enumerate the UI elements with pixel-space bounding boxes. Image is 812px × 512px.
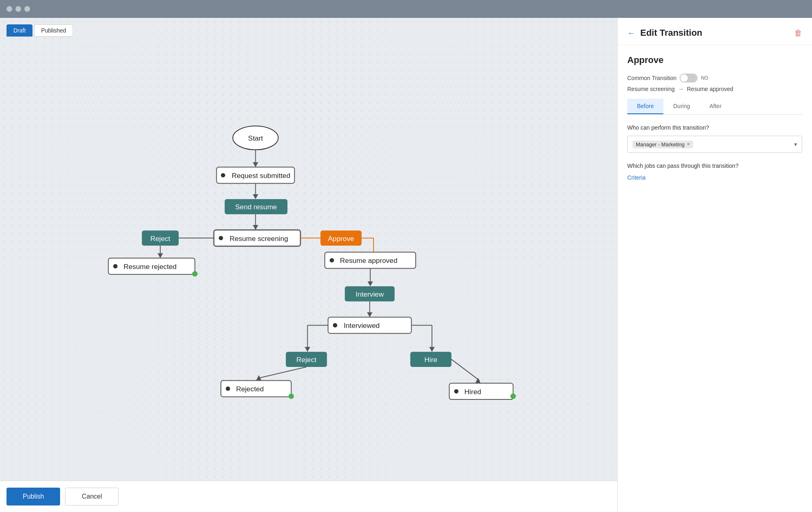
panel-body: Approve Common Transition NO Resume scre…	[618, 45, 812, 512]
right-panel: ← Edit Transition 🗑 Approve Common Trans…	[617, 18, 812, 512]
cancel-button[interactable]: Cancel	[65, 488, 119, 505]
label-approve: Approve	[328, 234, 354, 243]
title-bar	[0, 0, 812, 18]
criteria-link[interactable]: Criteria	[627, 174, 646, 181]
canvas-area: Draft Published Start Request submitted	[0, 18, 617, 512]
panel-header: ← Edit Transition 🗑	[618, 18, 812, 45]
arrow-hire-hired	[475, 378, 481, 383]
label-resume-rejected: Resume rejected	[123, 263, 177, 271]
window-dot-red[interactable]	[6, 6, 12, 12]
window-dot-yellow[interactable]	[15, 6, 21, 12]
delete-icon[interactable]: 🗑	[794, 28, 802, 38]
tag-label: Manager - Marketing	[636, 141, 685, 148]
tab-bar: Draft Published	[0, 18, 617, 37]
dot-hired	[454, 389, 459, 394]
tab-before[interactable]: Before	[627, 99, 663, 114]
common-transition-toggle[interactable]	[680, 74, 698, 82]
label-resume-screening: Resume screening	[229, 234, 288, 243]
toggle-no-label: NO	[701, 75, 708, 81]
arrow-interview-interviewed	[367, 312, 372, 317]
arrow-send-screening	[253, 225, 258, 230]
line-hire-hired	[451, 359, 479, 380]
label-hired: Hired	[464, 388, 481, 396]
label-hire: Hire	[424, 356, 437, 364]
line-reject2-rejected	[260, 367, 307, 378]
flow-diagram: Start Request submitted Send resume	[0, 37, 617, 481]
label-interviewed: Interviewed	[344, 321, 380, 330]
dot-resume-rejected	[113, 264, 118, 269]
arrow-start-request	[253, 162, 258, 167]
which-label: Which jobs can pass through this transit…	[627, 163, 802, 169]
dot-rejected	[226, 386, 230, 391]
transition-flow-row: Resume screening → Resume approved	[627, 86, 802, 92]
common-transition-label: Common Transition	[627, 75, 676, 81]
green-dot-rej	[289, 393, 294, 399]
publish-button[interactable]: Publish	[6, 488, 60, 505]
arrow-right-icon: →	[678, 86, 684, 92]
label-request-submitted: Request submitted	[232, 171, 290, 180]
tab-draft[interactable]: Draft	[6, 24, 32, 37]
tab-during[interactable]: During	[663, 99, 700, 114]
arrow-reject1-resumerej	[158, 253, 163, 258]
who-label: Who can perform this transition?	[627, 124, 802, 131]
tab-published[interactable]: Published	[34, 24, 73, 37]
label-reject1: Reject	[150, 234, 170, 243]
arrow-reject2	[305, 347, 310, 352]
transition-from: Resume screening	[627, 86, 675, 92]
label-reject2: Reject	[296, 356, 316, 364]
manager-marketing-tag: Manager - Marketing ×	[633, 141, 693, 148]
main-container: Draft Published Start Request submitted	[0, 18, 812, 512]
arrow-resumeapp-interview	[367, 281, 373, 286]
toggle-container: NO	[680, 74, 708, 82]
label-resume-approved: Resume approved	[340, 256, 397, 265]
dot-interviewed	[333, 323, 337, 328]
tab-after[interactable]: After	[700, 99, 732, 114]
dot-resume-approved	[330, 258, 334, 263]
transition-to: Resume approved	[687, 86, 733, 92]
transition-info: Common Transition NO Resume screening → …	[627, 74, 802, 92]
back-arrow-icon[interactable]: ←	[627, 28, 635, 38]
panel-title: Edit Transition	[640, 28, 702, 38]
chevron-down-icon: ▾	[794, 141, 797, 148]
label-rejected: Rejected	[236, 385, 263, 393]
dot-resume-screening	[219, 236, 223, 241]
green-dot-hired	[510, 393, 516, 399]
label-send-resume: Send resume	[235, 203, 277, 211]
arrow-hire	[429, 347, 434, 352]
label-interview: Interview	[356, 290, 384, 298]
arrow-req-send	[253, 194, 258, 199]
performer-multiselect[interactable]: Manager - Marketing × ▾	[627, 136, 802, 153]
panel-tabs: Before During After	[627, 99, 802, 115]
panel-header-left: ← Edit Transition	[627, 28, 702, 38]
tag-remove-icon[interactable]: ×	[687, 141, 690, 147]
window-dot-green[interactable]	[24, 6, 30, 12]
node-start-label: Start	[248, 134, 263, 142]
bottom-bar: Publish Cancel	[0, 481, 617, 512]
transition-name: Approve	[627, 55, 802, 65]
common-transition-row: Common Transition NO	[627, 74, 802, 82]
green-dot-rejected	[192, 271, 197, 276]
criteria-section: Which jobs can pass through this transit…	[627, 163, 802, 181]
dot-request-submitted	[221, 173, 225, 178]
